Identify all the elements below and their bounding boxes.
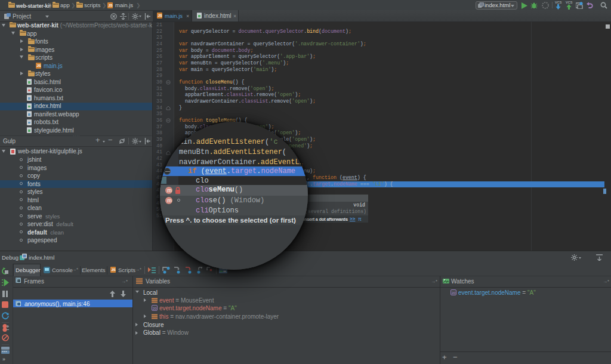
svg-text:20: 20 xyxy=(153,307,157,310)
svg-text:20: 20 xyxy=(452,291,456,295)
